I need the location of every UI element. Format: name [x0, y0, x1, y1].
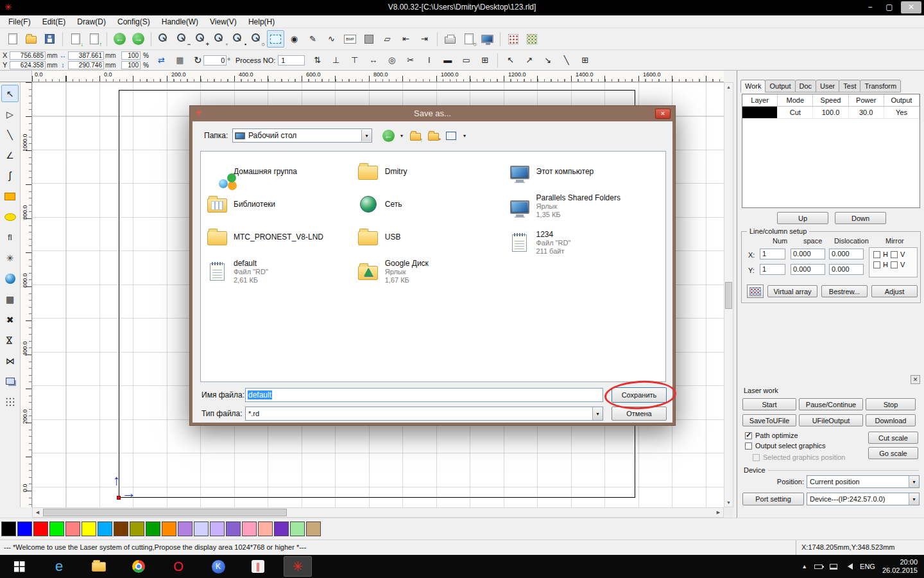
palette-swatch-0[interactable]: [1, 521, 16, 536]
zoom-all-icon[interactable]: ○: [248, 30, 266, 48]
mirror-vertical-icon[interactable]: ⋈: [1, 331, 19, 349]
tab-user[interactable]: User: [816, 80, 839, 92]
explorer-taskbar-button[interactable]: [85, 556, 113, 577]
palette-swatch-19[interactable]: [306, 521, 321, 536]
flip-vertical-icon[interactable]: ⇅: [309, 51, 326, 69]
zoom-out-icon[interactable]: −: [174, 30, 191, 48]
dialog-close-button[interactable]: ✕: [655, 109, 671, 119]
corner-topleft-icon[interactable]: ↖: [502, 51, 519, 69]
opera-taskbar-button[interactable]: O: [164, 556, 193, 577]
corner-topright-icon[interactable]: ↗: [520, 51, 538, 69]
capture-icon[interactable]: [1, 270, 19, 287]
position-dropdown[interactable]: Current position ▾: [807, 475, 920, 488]
y-dislocation-field[interactable]: 0.000: [829, 264, 864, 275]
file-item-usb-folder[interactable]: USB: [357, 226, 509, 248]
palette-swatch-15[interactable]: [242, 521, 257, 536]
select-icon[interactable]: ↖: [1, 85, 19, 102]
file-item-libraries[interactable]: Библиотеки: [206, 193, 357, 215]
palette-swatch-13[interactable]: [210, 521, 225, 536]
y-position-field[interactable]: 624.358: [10, 61, 46, 69]
menu-file[interactable]: File(F): [3, 16, 37, 28]
delete-icon[interactable]: ✖: [1, 311, 19, 328]
x-space-field[interactable]: 0.000: [791, 249, 825, 259]
horizontal-scrollbar[interactable]: ◀ ▶: [32, 507, 724, 518]
go-scale-button[interactable]: Go scale: [868, 447, 918, 459]
chevron-down-icon[interactable]: ▾: [361, 130, 372, 141]
hollow-rect-icon[interactable]: ▭: [458, 51, 475, 69]
palette-swatch-9[interactable]: [146, 521, 160, 536]
output-select-graphics-checkbox[interactable]: [745, 442, 752, 450]
process-no-field[interactable]: 1: [278, 55, 305, 66]
distribute-horizontal-icon[interactable]: ↔: [364, 51, 382, 69]
node-edit-icon[interactable]: ▷: [1, 105, 19, 123]
start-button[interactable]: Start: [742, 398, 796, 410]
cancel-button[interactable]: Отмена: [612, 407, 667, 421]
horizontal-scroll-thumb[interactable]: [43, 509, 287, 516]
tab-test[interactable]: Test: [839, 80, 860, 92]
file-item-parallels-shared-folders[interactable]: Parallels Shared FoldersЯрлык1,35 КБ: [509, 193, 660, 219]
grid-rect-icon[interactable]: ⊞: [476, 51, 493, 69]
device-dropdown[interactable]: Device---(IP:242.57.0.0) ▾: [807, 493, 920, 505]
array-copy-icon[interactable]: [1, 393, 19, 410]
text-cursor-icon[interactable]: I: [420, 51, 438, 69]
select-tool-icon[interactable]: [267, 30, 284, 48]
dim-horizontal-icon[interactable]: ⇤: [397, 30, 415, 48]
mirror-x-v-checkbox[interactable]: [891, 251, 898, 258]
back-dropdown-icon[interactable]: ▾: [398, 128, 406, 143]
layer-mode-cell[interactable]: Cut: [778, 107, 813, 118]
layer-table-row[interactable]: Cut100.030.0Yes: [742, 107, 920, 119]
file-list[interactable]: Домашняя группаБиблиотекиMTC_PRONEST_V8-…: [200, 151, 666, 382]
draw-star-icon[interactable]: ✳: [1, 249, 19, 267]
ie-taskbar-button[interactable]: e: [45, 556, 73, 577]
palette-swatch-1[interactable]: [17, 521, 32, 536]
virtual-array-button[interactable]: Virtual array: [767, 285, 817, 297]
menu-draw[interactable]: Draw(D): [71, 16, 112, 28]
new-folder-icon[interactable]: *: [425, 128, 441, 143]
file-item-homegroup[interactable]: Домашняя группа: [206, 161, 357, 182]
pen-tool-icon[interactable]: ✎: [304, 30, 321, 48]
palette-swatch-7[interactable]: [114, 521, 128, 536]
x-num-field[interactable]: 1: [760, 249, 785, 259]
download-button[interactable]: Download: [866, 414, 916, 426]
bmp-tool-icon[interactable]: BMP: [341, 30, 359, 48]
down-button[interactable]: Down: [835, 212, 886, 224]
chevron-down-icon[interactable]: ▾: [909, 476, 919, 487]
ufile-output-button[interactable]: UFileOutput: [799, 414, 863, 426]
size-table-icon[interactable]: ▦: [171, 51, 189, 69]
kmplayer-taskbar-button[interactable]: K: [204, 556, 232, 577]
vertical-scroll-thumb[interactable]: [725, 282, 732, 309]
palette-swatch-4[interactable]: [65, 521, 80, 536]
chevron-down-icon[interactable]: ▾: [592, 407, 603, 420]
close-button[interactable]: ✕: [901, 1, 921, 13]
mirror-x-h-checkbox[interactable]: [873, 251, 880, 258]
curve-tool-icon[interactable]: ∿: [323, 30, 340, 48]
maximize-button[interactable]: ▢: [880, 1, 898, 13]
palette-swatch-14[interactable]: [226, 521, 241, 536]
chevron-down-icon[interactable]: ▾: [909, 493, 919, 505]
zoom-window-icon[interactable]: [155, 30, 173, 48]
rotate-angle-field[interactable]: 0: [203, 55, 227, 66]
x-position-field[interactable]: 756.685: [10, 51, 46, 60]
node-tool-icon[interactable]: ◉: [286, 30, 303, 48]
palette-swatch-3[interactable]: [49, 521, 64, 536]
views-icon[interactable]: [443, 128, 459, 143]
align-top-icon[interactable]: ⊤: [346, 51, 363, 69]
palette-swatch-11[interactable]: [178, 521, 193, 536]
palette-swatch-10[interactable]: [162, 521, 176, 536]
volume-icon[interactable]: [844, 563, 853, 570]
tab-transform[interactable]: Transform: [860, 80, 901, 92]
palette-swatch-16[interactable]: [258, 521, 273, 536]
x-dislocation-field[interactable]: 0.000: [829, 249, 864, 259]
menu-view[interactable]: View(V): [204, 16, 243, 28]
draw-curve-icon[interactable]: ʃ: [1, 167, 19, 184]
save-to-ufile-button[interactable]: SaveToUFile: [742, 414, 796, 426]
file-item-dmitry-folder[interactable]: Dmitry: [357, 161, 509, 182]
draw-polyline-icon[interactable]: ∠: [1, 146, 19, 164]
cut-path-icon[interactable]: ✂: [402, 51, 419, 69]
layer-output-cell[interactable]: Yes: [884, 107, 920, 118]
zoom-in-icon[interactable]: +: [193, 30, 210, 48]
diagonal-icon[interactable]: ╲: [558, 51, 575, 69]
scroll-down-icon[interactable]: ▼: [724, 498, 733, 507]
zoom-page-icon[interactable]: ▪: [230, 30, 247, 48]
filetype-dropdown[interactable]: *.rd ▾: [245, 407, 603, 421]
